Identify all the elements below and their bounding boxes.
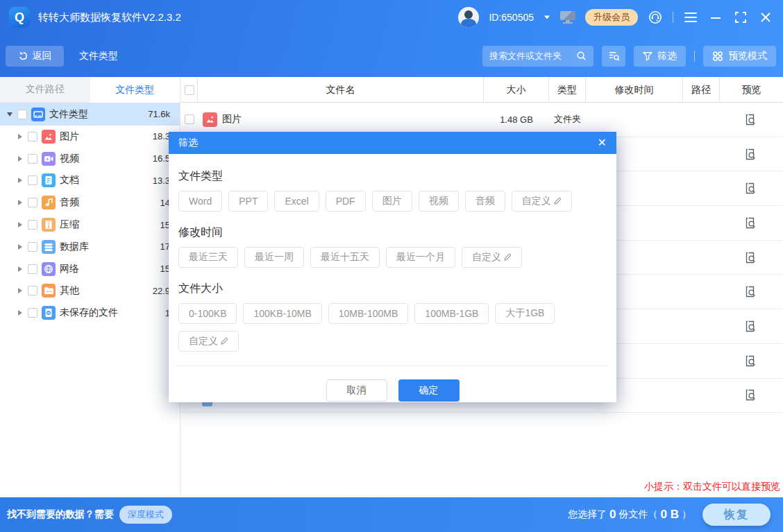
customer-service-icon[interactable] — [648, 10, 663, 25]
minimize-button[interactable] — [708, 10, 723, 25]
preview-file-icon[interactable] — [745, 216, 759, 230]
tree-checkbox[interactable] — [28, 286, 37, 295]
recover-button[interactable]: 恢复 — [702, 504, 771, 526]
expand-arrow-icon[interactable] — [15, 266, 25, 272]
preview-file-icon[interactable] — [745, 147, 759, 161]
dialog-header: 筛选 ✕ — [169, 132, 616, 154]
sidebar-item-image[interactable]: 图片18.3 — [0, 126, 180, 148]
filter-chip[interactable]: 视频 — [419, 191, 459, 212]
tree-checkbox[interactable] — [28, 242, 37, 252]
filter-chip[interactable]: 10MB-100MB — [328, 303, 409, 324]
filter-chip[interactable]: 大于1GB — [495, 303, 555, 324]
expand-arrow-icon[interactable] — [15, 222, 25, 228]
column-path[interactable]: 路径 — [683, 77, 720, 103]
row-preview-cell — [720, 319, 783, 333]
chevron-down-icon[interactable] — [544, 16, 550, 19]
custom-chip[interactable]: 自定义 — [178, 331, 239, 352]
filter-chip[interactable]: PDF — [326, 191, 366, 212]
expand-arrow-icon[interactable] — [15, 156, 25, 162]
monitor-icon[interactable] — [560, 11, 575, 24]
cancel-button[interactable]: 取消 — [326, 379, 387, 402]
tab-file-type[interactable]: 文件类型 — [90, 77, 180, 103]
row-filename: 图片 — [198, 112, 484, 127]
tree-checkbox[interactable] — [28, 220, 37, 230]
filter-chip[interactable]: 图片 — [372, 191, 412, 212]
filter-chip[interactable]: 100KB-10MB — [243, 303, 321, 324]
sidebar-item-drive[interactable]: 文件类型71.6k — [0, 103, 180, 126]
custom-chip[interactable]: 自定义 — [512, 191, 572, 212]
tree-checkbox[interactable] — [17, 110, 27, 119]
sidebar-item-network[interactable]: 网络15 — [0, 258, 180, 280]
header-checkbox-cell — [180, 77, 198, 103]
sidebar-item-unsaved[interactable]: 未保存的文件1 — [0, 302, 180, 324]
confirm-button[interactable]: 确定 — [398, 379, 460, 402]
search-input[interactable] — [489, 51, 571, 61]
filter-chip[interactable]: Word — [178, 191, 222, 212]
filter-chip[interactable]: PPT — [228, 191, 268, 212]
column-size[interactable]: 大小 — [484, 77, 549, 103]
tree-item-label: 文档 — [60, 174, 79, 187]
tab-file-path[interactable]: 文件路径 — [0, 77, 90, 103]
list-search-button[interactable] — [602, 46, 625, 67]
preview-file-icon[interactable] — [745, 250, 759, 264]
preview-file-icon[interactable] — [745, 354, 759, 368]
filter-chip[interactable]: 最近十五天 — [310, 247, 380, 268]
deep-mode-button[interactable]: 深度模式 — [119, 506, 172, 524]
expand-arrow-icon[interactable] — [15, 310, 25, 316]
search-icon[interactable] — [576, 51, 587, 61]
tree-item-label: 数据库 — [60, 241, 89, 253]
tree-checkbox[interactable] — [28, 198, 37, 207]
sidebar-item-database[interactable]: 数据库17 — [0, 236, 180, 258]
preview-file-icon[interactable] — [745, 285, 759, 299]
preview-file-icon[interactable] — [745, 112, 759, 126]
collapse-arrow-icon[interactable] — [5, 112, 15, 117]
user-avatar[interactable] — [458, 7, 479, 28]
row-checkbox[interactable] — [185, 114, 194, 124]
filter-chip[interactable]: 100MB-1GB — [414, 303, 489, 324]
filter-button[interactable]: 筛选 — [634, 46, 686, 67]
maximize-button[interactable] — [733, 10, 748, 25]
filter-chip[interactable]: 最近一个月 — [386, 247, 455, 268]
tree-checkbox[interactable] — [28, 175, 37, 185]
custom-chip[interactable]: 自定义 — [462, 247, 522, 268]
tree-checkbox[interactable] — [28, 308, 37, 318]
tree-checkbox[interactable] — [28, 264, 37, 274]
column-preview[interactable]: 预览 — [720, 77, 783, 103]
filter-chip[interactable]: 音频 — [465, 191, 505, 212]
expand-arrow-icon[interactable] — [15, 244, 25, 250]
expand-arrow-icon[interactable] — [15, 288, 25, 293]
tree-checkbox[interactable] — [28, 132, 37, 141]
preview-mode-button[interactable]: 预览模式 — [703, 46, 776, 67]
filter-chip[interactable]: 0-100KB — [178, 303, 237, 324]
sidebar-item-audio[interactable]: 音频14 — [0, 191, 180, 214]
selection-count: 0 — [609, 508, 616, 522]
filter-chip[interactable]: Excel — [274, 191, 319, 212]
menu-button[interactable] — [683, 10, 698, 25]
preview-file-icon[interactable] — [745, 319, 759, 333]
expand-arrow-icon[interactable] — [15, 178, 25, 183]
back-button[interactable]: 返回 — [6, 46, 64, 67]
column-modified[interactable]: 修改时间 — [586, 77, 683, 103]
sidebar-item-zip[interactable]: 压缩15 — [0, 214, 180, 236]
close-button[interactable] — [758, 10, 773, 25]
sidebar-item-other[interactable]: 其他22.9 — [0, 280, 180, 302]
avatar-body — [461, 19, 476, 28]
column-filename[interactable]: 文件名 — [198, 77, 484, 103]
select-all-checkbox[interactable] — [185, 85, 194, 95]
drive-icon — [31, 108, 45, 121]
filter-chip[interactable]: 最近三天 — [178, 247, 238, 268]
upgrade-member-button[interactable]: 升级会员 — [585, 9, 638, 26]
expand-arrow-icon[interactable] — [15, 200, 25, 205]
preview-file-icon[interactable] — [745, 388, 759, 402]
tree-item-label: 其他 — [60, 284, 79, 297]
sidebar-item-doc[interactable]: 文档13.3 — [0, 170, 180, 192]
dialog-close-icon[interactable]: ✕ — [598, 137, 607, 148]
expand-arrow-icon[interactable] — [15, 134, 25, 139]
sidebar: 文件路径 文件类型 文件类型71.6k图片18.3视频16.5文档13.3音频1… — [0, 77, 180, 497]
filter-label: 筛选 — [657, 50, 677, 62]
preview-file-icon[interactable] — [745, 182, 759, 196]
column-type[interactable]: 类型 — [549, 77, 586, 103]
tree-checkbox[interactable] — [28, 154, 37, 164]
filter-chip[interactable]: 最近一周 — [244, 247, 304, 268]
sidebar-item-video[interactable]: 视频16.5 — [0, 148, 180, 170]
